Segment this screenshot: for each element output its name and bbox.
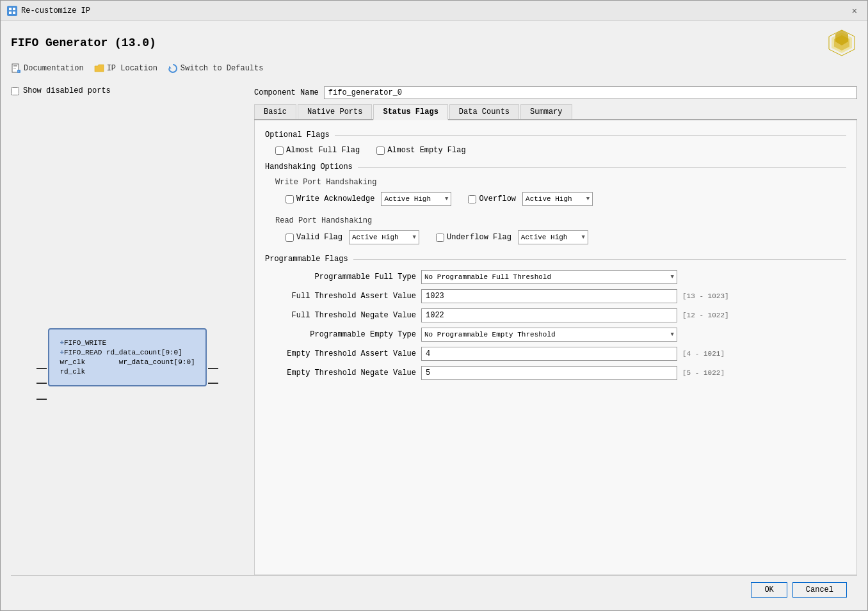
port-write-label: FIFO_WRITE [64,339,106,347]
tab-status-flags[interactable]: Status Flags [373,104,447,120]
title-bar: Re-customize IP × [1,1,867,21]
almost-full-flag-label[interactable]: Almost Full Flag [275,146,360,155]
tab-summary[interactable]: Summary [520,104,572,119]
connector-fifo-read-right [36,368,47,369]
connector-rd-data-right [208,368,218,369]
underflow-flag-label[interactable]: Underflow Flag [436,233,511,242]
prog-full-type-dropdown[interactable]: No Programmable Full Threshold ▼ [421,270,677,284]
svg-rect-2 [9,12,12,14]
prog-full-type-arrow: ▼ [671,274,674,280]
app-header: FIFO Generator (13.0) [11,28,857,58]
almost-full-flag-checkbox[interactable] [275,147,284,155]
app-title: FIFO Generator (13.0) [11,36,156,49]
overflow-arrow: ▼ [586,196,590,202]
full-threshold-assert-input[interactable] [421,289,677,303]
documentation-button[interactable]: i Documentation [11,63,84,74]
empty-threshold-negate-row: Empty Threshold Negate Value [5 - 1022] [275,366,846,380]
documentation-icon: i [11,63,21,74]
port-plus-write: + [60,339,64,347]
port-read-label: FIFO_READ rd_data_count[9:0] [64,349,182,356]
port-plus-read: + [60,349,64,356]
app-icon [7,6,17,16]
fifo-read-port: +FIFO_READ rd_data_count[9:0] [60,349,195,356]
full-threshold-negate-input[interactable] [421,308,677,322]
read-port-header: Read Port Handshaking [275,216,846,225]
title-bar-left: Re-customize IP [7,6,90,16]
full-threshold-negate-label: Full Threshold Negate Value [275,311,416,320]
close-button[interactable]: × [848,4,861,17]
show-disabled-ports-row: Show disabled ports [11,86,244,95]
tab-native-ports[interactable]: Native Ports [298,104,372,119]
rd-clk-label: rd_clk [60,368,85,376]
empty-threshold-assert-input[interactable] [421,347,677,361]
fifo-write-port: +FIFO_WRITE [60,339,195,347]
fifo-schematic: +FIFO_WRITE +FIFO_READ rd_data_count[9:0… [48,328,206,386]
ip-location-button[interactable]: IP Location [94,63,157,74]
write-ack-arrow: ▼ [445,196,448,202]
prog-empty-type-arrow: ▼ [671,331,674,338]
write-port-header: Write Port Handshaking [275,178,846,187]
empty-threshold-assert-row: Empty Threshold Assert Value [4 - 1021] [275,347,846,361]
wr-clk-port: wr_clk wr_data_count[9:0] [60,358,195,366]
prog-empty-type-row: Programmable Empty Type No Programmable … [275,328,846,342]
fifo-block: +FIFO_WRITE +FIFO_READ rd_data_count[9:0… [48,328,206,386]
component-name-input[interactable] [324,86,857,99]
write-acknowledge-label[interactable]: Write Acknowledge [285,194,374,203]
underflow-flag-dropdown[interactable]: Active High ▼ [518,230,588,244]
tab-basic[interactable]: Basic [254,104,296,119]
overflow-label[interactable]: Overflow [468,194,516,203]
handshaking-header: Handshaking Options [265,163,846,171]
full-threshold-assert-row: Full Threshold Assert Value [13 - 1023] [275,289,846,303]
programmable-flags-section: Programmable Full Type No Programmable F… [265,270,846,380]
main-window: Re-customize IP × FIFO Generator (13.0) [0,0,868,611]
read-handshaking-row: Valid Flag Active High ▼ Underflow Flag [285,230,846,244]
schematic-area: +FIFO_WRITE +FIFO_READ rd_data_count[9:0… [11,100,244,575]
main-content: Show disabled ports +FIFO_WRITE [11,86,857,575]
overflow-checkbox[interactable] [468,195,476,203]
valid-flag-checkbox[interactable] [285,234,294,242]
wr-clk-label: wr_clk wr_data_count[9:0] [60,358,195,366]
connector-wr-data-right [208,383,218,384]
overflow-dropdown[interactable]: Active High ▼ [522,192,593,206]
empty-threshold-negate-input[interactable] [421,366,677,380]
full-threshold-negate-row: Full Threshold Negate Value [12 - 1022] [275,308,846,322]
documentation-label: Documentation [24,64,84,73]
prog-empty-type-label: Programmable Empty Type [275,330,416,339]
almost-empty-flag-checkbox[interactable] [376,147,385,155]
full-threshold-assert-label: Full Threshold Assert Value [275,292,416,301]
right-panel: Component Name Basic Native Ports Status… [254,86,857,575]
tab-data-counts[interactable]: Data Counts [449,104,519,119]
svg-rect-9 [13,65,17,66]
empty-threshold-assert-label: Empty Threshold Assert Value [275,349,416,358]
valid-flag-arrow: ▼ [413,234,416,241]
connector-wr-clk-left [36,383,47,384]
svg-rect-11 [13,68,16,68]
tabs-container: Basic Native Ports Status Flags Data Cou… [254,104,857,120]
optional-flags-header: Optional Flags [265,131,846,139]
underflow-flag-checkbox[interactable] [436,234,444,242]
optional-flags-row: Almost Full Flag Almost Empty Flag [275,146,846,155]
svg-rect-0 [9,8,12,10]
component-name-label: Component Name [254,88,319,97]
underflow-flag-arrow: ▼ [581,234,584,241]
svg-marker-14 [169,66,172,68]
almost-empty-flag-label[interactable]: Almost Empty Flag [376,146,465,155]
write-acknowledge-checkbox[interactable] [285,195,294,203]
vivado-logo [826,28,857,58]
empty-threshold-assert-range: [4 - 1021] [682,350,734,358]
programmable-flags-header: Programmable Flags [265,255,846,264]
write-ack-dropdown[interactable]: Active High ▼ [381,192,451,206]
prog-full-type-row: Programmable Full Type No Programmable F… [275,270,846,284]
prog-empty-type-dropdown[interactable]: No Programmable Empty Threshold ▼ [421,328,677,342]
switch-defaults-label: Switch to Defaults [181,64,264,73]
valid-flag-dropdown[interactable]: Active High ▼ [349,230,419,244]
ok-button[interactable]: OK [751,582,787,598]
valid-flag-label[interactable]: Valid Flag [285,233,342,242]
svg-rect-3 [13,12,15,14]
rd-clk-port: rd_clk [60,368,195,376]
empty-threshold-negate-range: [5 - 1022] [682,369,734,377]
cancel-button[interactable]: Cancel [792,582,847,598]
show-disabled-ports-checkbox[interactable] [11,87,19,95]
write-port-handshaking: Write Port Handshaking Write Acknowledge… [275,178,846,206]
switch-defaults-button[interactable]: Switch to Defaults [168,63,264,74]
